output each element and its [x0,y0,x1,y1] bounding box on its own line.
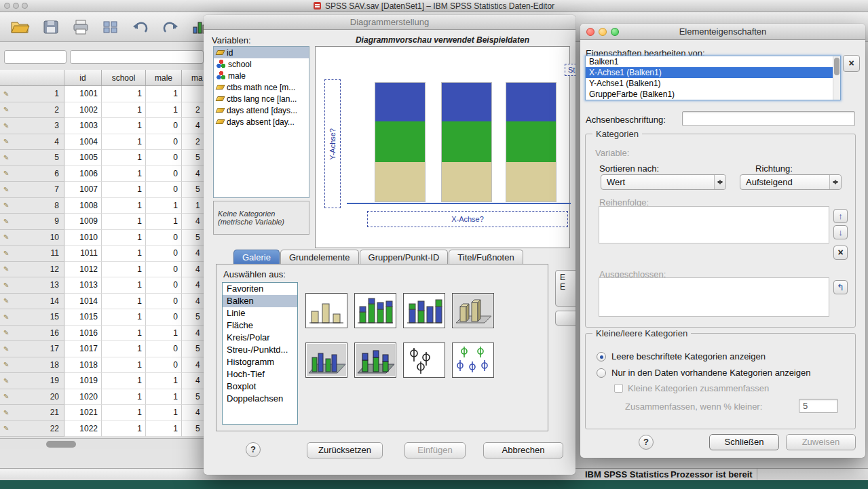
cell-ma[interactable]: 4 [182,166,204,182]
cell-male[interactable]: 1 [146,198,182,214]
cell-id[interactable]: 1020 [64,389,102,406]
row-header-cell[interactable]: ✎ 2 [0,102,64,119]
cell-ma[interactable]: 5 [182,341,204,357]
cell-ma[interactable]: 4 [182,246,204,262]
cell-id[interactable]: 1012 [64,262,102,278]
cell-id[interactable]: 1001 [64,86,102,102]
collapse-checkbox[interactable] [614,384,623,393]
row-header-cell[interactable]: ✎ 14 [0,294,64,310]
gallery-thumb-3d-bar-icon[interactable] [452,293,494,328]
cell-id[interactable]: 1016 [64,326,102,342]
column-header-school[interactable]: school [102,70,146,86]
close-button[interactable]: Schließen [709,434,779,450]
cell-ma[interactable]: 4 [182,405,204,421]
tab-grundelemente[interactable]: Grundelemente [280,250,359,265]
variable-item-ctbs-math-nce-m[interactable]: ctbs math nce [m... [214,81,309,93]
open-file-icon[interactable] [10,19,30,35]
edit-item-balken1[interactable]: Balken1 [586,56,840,67]
cell-school[interactable]: 1 [102,230,146,246]
chart-type-histogramm[interactable]: Histogramm [223,356,297,368]
cell-id[interactable]: 1003 [64,118,102,134]
element-properties-titlebar[interactable]: Elementeigenschaften [580,24,865,40]
cell-school[interactable]: 1 [102,166,146,182]
cell-ma[interactable]: 5 [182,389,204,406]
cell-id[interactable]: 1006 [64,166,102,182]
row-header-cell[interactable]: ✎ 7 [0,182,64,198]
chart-type-list[interactable]: FavoritenBalkenLinieFlächeKreis/PolarStr… [222,282,298,425]
chart-type-doppelachsen[interactable]: Doppelachsen [223,393,297,405]
cell-school[interactable]: 1 [102,341,146,357]
cell-ma[interactable]: 1 [182,198,204,214]
cell-id[interactable]: 1010 [64,230,102,246]
cell-id[interactable]: 1014 [64,294,102,310]
corner-header-cell[interactable] [0,70,64,86]
zoom-window-button[interactable] [611,28,619,36]
order-list[interactable] [599,206,829,243]
cell-id[interactable]: 1007 [64,182,102,198]
cell-male[interactable]: 1 [146,86,182,102]
redo-icon[interactable] [162,19,179,35]
insert-button[interactable]: Einfügen [404,442,466,458]
cell-ma[interactable]: 5 [182,421,204,437]
edit-item-y-achse1-balken1[interactable]: Y-Achse1 (Balken1) [586,78,840,89]
cell-editor-box[interactable] [70,50,204,64]
cell-id[interactable]: 1002 [64,102,102,119]
cell-male[interactable]: 1 [146,373,182,389]
cell-school[interactable]: 1 [102,246,146,262]
variable-item-ctbs-lang-nce-lan[interactable]: ctbs lang nce [lan... [214,93,309,104]
cell-male[interactable]: 0 [146,230,182,246]
cell-ma[interactable]: 5 [182,230,204,246]
row-header-cell[interactable]: ✎ 9 [0,214,64,230]
cell-school[interactable]: 1 [102,102,146,119]
cell-school[interactable]: 1 [102,357,146,374]
cell-male[interactable]: 1 [146,102,182,119]
save-icon[interactable] [42,19,60,35]
column-header-id[interactable]: id [64,70,102,86]
column-header-ma[interactable]: ma [182,70,204,86]
print-icon[interactable] [72,19,90,35]
x-axis-drop-zone[interactable]: X-Achse? [367,211,568,227]
axis-label-input[interactable] [682,111,855,126]
chart-type-hoch-tief[interactable]: Hoch-Tief [223,368,297,380]
row-header-cell[interactable]: ✎ 10 [0,230,64,246]
cell-ma[interactable]: 4 [182,262,204,278]
tab-gruppen-punkt-id[interactable]: Gruppen/Punkt-ID [360,250,449,265]
cell-male[interactable]: 0 [146,246,182,262]
cell-male[interactable]: 0 [146,357,182,374]
cell-school[interactable]: 1 [102,309,146,326]
cell-male[interactable]: 1 [146,326,182,342]
cell-ma[interactable]: 4 [182,277,204,294]
row-header-cell[interactable]: ✎ 12 [0,262,64,278]
include-back-button[interactable]: ↰ [833,280,848,294]
cell-school[interactable]: 1 [102,294,146,310]
cell-reference-box[interactable] [4,50,67,64]
row-header-cell[interactable]: ✎ 8 [0,198,64,214]
edit-item-x-achse1-balken1[interactable]: X-Achse1 (Balken1) [586,67,840,78]
reset-button[interactable]: Zurücksetzen [307,442,383,458]
cell-male[interactable]: 1 [146,389,182,406]
cell-ma[interactable]: 5 [182,182,204,198]
row-header-cell[interactable]: ✎ 1 [0,86,64,102]
cell-id[interactable]: 1013 [64,277,102,294]
chart-builder-titlebar[interactable]: Diagrammerstellung [204,15,575,30]
row-header-cell[interactable]: ✎ 20 [0,389,64,406]
undo-icon[interactable] [132,19,149,35]
cell-id[interactable]: 1008 [64,198,102,214]
cell-school[interactable]: 1 [102,373,146,389]
chart-type-streu-punktd[interactable]: Streu-/Punktd... [223,344,297,356]
cell-school[interactable]: 1 [102,86,146,102]
cell-male[interactable]: 0 [146,182,182,198]
cell-ma[interactable]: 4 [182,373,204,389]
cell-id[interactable]: 1009 [64,214,102,230]
cell-male[interactable]: 1 [146,405,182,421]
cell-male[interactable]: 0 [146,118,182,134]
exclude-button[interactable]: × [833,246,848,260]
move-down-button[interactable]: ↓ [833,225,848,239]
cell-ma[interactable]: 4 [182,326,204,342]
cell-school[interactable]: 1 [102,118,146,134]
cell-ma[interactable]: 5 [182,150,204,166]
cell-ma[interactable]: 4 [182,214,204,230]
gallery-thumb-grouped-error-bar-icon[interactable] [452,343,494,378]
cell-id[interactable]: 1021 [64,405,102,421]
row-header-cell[interactable]: ✎ 5 [0,150,64,166]
